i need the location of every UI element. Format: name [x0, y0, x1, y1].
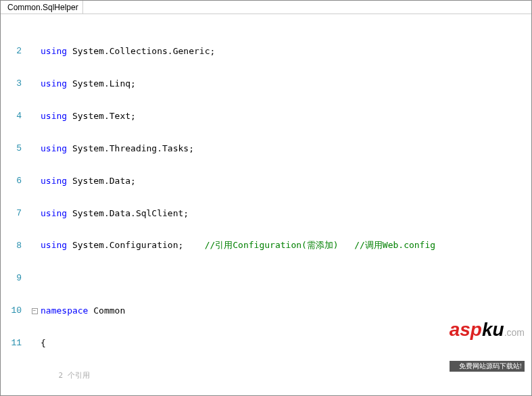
- tab-title: Common.SqlHelper: [7, 3, 78, 12]
- tab-bar: Common.SqlHelper: [1, 1, 531, 14]
- code-lens[interactable]: 2 个引用: [39, 370, 90, 380]
- code-line: using System.Collections.Generic;: [39, 46, 215, 56]
- code-editor[interactable]: 2using System.Collections.Generic; 3usin…: [1, 14, 531, 395]
- file-tab[interactable]: Common.SqlHelper: [1, 1, 83, 14]
- line-number: 2: [1, 46, 24, 56]
- watermark: aspku.com 免费网站源码下载站!: [450, 299, 525, 392]
- fold-toggle[interactable]: −: [30, 306, 39, 314]
- code-content[interactable]: 2using System.Collections.Generic; 3usin…: [1, 14, 531, 395]
